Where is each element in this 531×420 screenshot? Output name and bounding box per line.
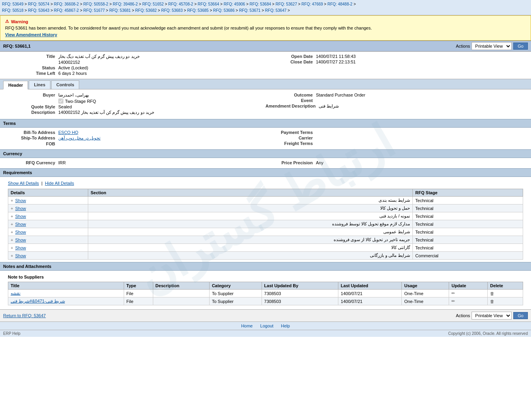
view-dropdown[interactable]: Printable View Standard View bbox=[472, 42, 512, 50]
attachments-table: Title Type Description Category Last Upd… bbox=[8, 282, 523, 305]
footer-logout-link[interactable]: Logout bbox=[260, 323, 274, 328]
section-cell: شرایط عمومی bbox=[88, 228, 412, 236]
col-last-updated: Last Updated bbox=[338, 282, 402, 290]
outcome-value: Standard Purchase Order bbox=[316, 93, 365, 97]
bottom-go-button[interactable]: Go bbox=[513, 312, 528, 319]
nav-link[interactable]: RFQ: 53681 bbox=[109, 8, 130, 13]
table-row: + Show شرایط مالی و بازرگانی Commercial bbox=[8, 252, 523, 260]
show-link[interactable]: Show bbox=[15, 206, 26, 211]
col-type: Type bbox=[124, 282, 153, 290]
tab-header[interactable]: Header bbox=[3, 81, 28, 89]
attach-update-cell: ✏ bbox=[449, 297, 488, 305]
title-value: خرید دو ردیف پیش گرم کن آب تغذیه دیگ بخا… bbox=[58, 54, 140, 59]
attach-updated: 1400/07/21 bbox=[338, 290, 402, 297]
show-link[interactable]: Show bbox=[15, 238, 26, 242]
nav-link[interactable]: RFQ: 39486-2 bbox=[113, 2, 137, 6]
event-label: Event bbox=[266, 98, 313, 103]
stage-cell: Technical bbox=[413, 212, 523, 220]
nav-row-1: RFQ: 53649 > RFQ: 50574 > RFQ: 36608-2 >… bbox=[2, 1, 529, 7]
footer-help-link[interactable]: Help bbox=[281, 323, 290, 328]
show-link[interactable]: Show bbox=[15, 245, 26, 250]
table-row: + Show حمل و تحویل کالا Technical bbox=[8, 204, 523, 212]
show-link[interactable]: Show bbox=[15, 198, 26, 203]
plus-icon: + bbox=[11, 238, 13, 242]
notes-section-header: Notes and Attachments bbox=[0, 262, 531, 271]
price-precision-value: Any bbox=[316, 160, 323, 165]
buyer-info: Buyer بهرامی، احمدرضا Two-Stage RFQ Quot… bbox=[0, 89, 531, 119]
note-to-suppliers-label: Note to Suppliers bbox=[8, 273, 523, 280]
section-cell: گارانتی کالا bbox=[88, 244, 412, 252]
footer-home-link[interactable]: Home bbox=[241, 323, 253, 328]
details-cell: + Show bbox=[8, 197, 88, 204]
nav-link[interactable]: RFQ: 53684 bbox=[250, 2, 271, 6]
nav-link[interactable]: RFQ: 50574 bbox=[28, 2, 49, 6]
close-date-label: Close Date bbox=[266, 59, 313, 64]
nav-link[interactable]: RFQ: 47669 bbox=[301, 2, 323, 6]
nav-link[interactable]: RFQ: 45708-2 bbox=[168, 2, 193, 6]
nav-link[interactable]: RFQ: 53643 bbox=[28, 8, 49, 13]
section-cell: حمل و تحویل کالا bbox=[88, 204, 412, 212]
nav-link[interactable]: RFQ: 50558-2 bbox=[84, 2, 108, 6]
payment-terms-label: Payment Terms bbox=[266, 130, 313, 135]
go-button[interactable]: Go bbox=[513, 43, 528, 50]
notes-content: Note to Suppliers Title Type Description… bbox=[0, 271, 531, 308]
bill-to-value[interactable]: ESCO HQ bbox=[58, 130, 78, 135]
trash-icon[interactable]: 🗑 bbox=[490, 291, 494, 296]
requirements-content: Show All Details | Hide All Details Deta… bbox=[0, 177, 531, 262]
col-details: Details bbox=[8, 189, 88, 197]
show-link[interactable]: Show bbox=[15, 214, 26, 219]
terms-left: Bill-To Address ESCO HQ Ship-To Address … bbox=[8, 130, 266, 147]
nav-link[interactable]: RFQ: 53683 bbox=[161, 8, 182, 13]
buyer-info-left: Buyer بهرامی، احمدرضا Two-Stage RFQ Quot… bbox=[8, 93, 266, 116]
plus-icon: + bbox=[11, 214, 13, 219]
stage-cell: Technical bbox=[413, 244, 523, 252]
show-link[interactable]: Show bbox=[15, 253, 26, 258]
nav-link[interactable]: RFQ: 36608-2 bbox=[54, 2, 79, 6]
nav-link[interactable]: RFQ: 53685 bbox=[187, 8, 208, 13]
attach-title-link[interactable]: نقشه bbox=[11, 291, 20, 295]
trash-icon[interactable]: 🗑 bbox=[490, 299, 494, 304]
show-link[interactable]: Show bbox=[15, 230, 26, 234]
nav-link[interactable]: RFQ: 50518 bbox=[2, 8, 23, 13]
table-row: + Show مدارک لازم موقع تحویل کالا توسط ف… bbox=[8, 220, 523, 228]
attach-category: To Supplier bbox=[209, 297, 262, 305]
nav-link[interactable]: RFQ: 53682 bbox=[135, 8, 156, 13]
nav-link[interactable]: RFQ: 53647 bbox=[265, 8, 286, 13]
requirements-section-header: Requirements bbox=[0, 168, 531, 177]
freight-terms-label: Freight Terms bbox=[266, 141, 313, 146]
show-link[interactable]: Show bbox=[15, 222, 26, 227]
view-amendment-history-link[interactable]: View Amendment History bbox=[5, 32, 57, 37]
nav-link[interactable]: RFQ: 48488-2 bbox=[327, 2, 352, 6]
warning-message: RFQ 53661 has been amended. To be consid… bbox=[5, 26, 526, 30]
return-link[interactable]: Return to RFQ: 53647 bbox=[3, 313, 46, 318]
show-all-details-link[interactable]: Show All Details bbox=[8, 181, 39, 186]
nav-link[interactable]: RFQ: 45906 bbox=[224, 2, 245, 6]
nav-link[interactable]: RFQ: 53649 bbox=[2, 2, 23, 6]
title-label: Title bbox=[8, 54, 55, 59]
nav-link[interactable]: RFQ: 51677 bbox=[84, 8, 105, 13]
nav-link[interactable]: RFQ: 53627 bbox=[275, 2, 297, 6]
tab-controls[interactable]: Controls bbox=[51, 80, 79, 89]
carrier-label: Carrier bbox=[266, 136, 313, 140]
currency-info: RFQ Currency IRR Price Precision Any bbox=[0, 158, 531, 168]
rfq-currency-value: IRR bbox=[58, 160, 66, 165]
nav-link[interactable]: RFQ: 53686 bbox=[213, 8, 234, 13]
bottom-view-dropdown[interactable]: Printable View Standard View bbox=[472, 312, 512, 320]
attach-update-cell: ✏ bbox=[449, 290, 488, 297]
attach-title-link[interactable]: شریط فنی-1740&#شریط فنی bbox=[11, 299, 65, 303]
two-stage-text: Two-Stage RFQ bbox=[65, 99, 96, 104]
ship-to-value[interactable]: تحویل در محل دوب آهن bbox=[58, 136, 100, 141]
pencil-icon[interactable]: ✏ bbox=[451, 299, 455, 303]
hide-all-details-link[interactable]: Hide All Details bbox=[45, 181, 74, 186]
currency-section-header: Currency bbox=[0, 149, 531, 158]
erp-help-label: ERP Help bbox=[3, 331, 20, 336]
tab-lines[interactable]: Lines bbox=[29, 80, 50, 89]
nav-link[interactable]: RFQ: 53671 bbox=[239, 8, 260, 13]
pencil-icon[interactable]: ✏ bbox=[451, 291, 455, 295]
nav-link[interactable]: RFQ: 45867-2 bbox=[54, 8, 79, 13]
buyer-value: بهرامی، احمدرضا bbox=[58, 93, 89, 98]
nav-link[interactable]: RFQ: 51652 bbox=[142, 2, 163, 6]
plus-icon: + bbox=[11, 230, 13, 234]
warning-icon: ⚠ bbox=[5, 19, 9, 24]
nav-link[interactable]: RFQ: 53664 bbox=[198, 2, 219, 6]
